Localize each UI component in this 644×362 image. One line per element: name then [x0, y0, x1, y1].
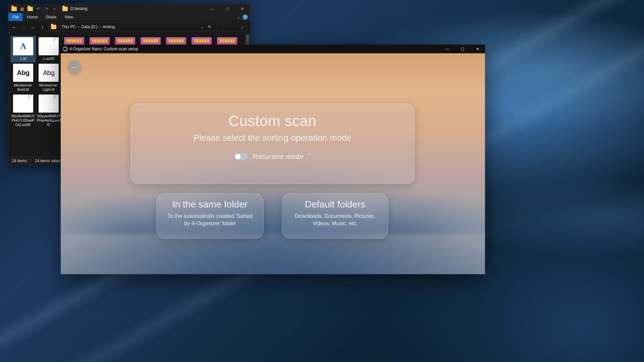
search-icon: ⌕: [241, 24, 244, 30]
file-item[interactable]: S6uyw4BMUTPHjx4wXg.woff2: [36, 93, 61, 128]
tab-share[interactable]: Share: [42, 13, 60, 21]
option-title: Default folders: [290, 199, 380, 210]
file-icon: [39, 95, 59, 113]
status-item-count: 24 items: [12, 159, 27, 163]
nav-recent-dropdown[interactable]: ⌄: [30, 25, 37, 29]
minimize-button[interactable]: —: [205, 4, 220, 13]
nav-forward-button[interactable]: →: [20, 24, 27, 30]
help-icon[interactable]: ?: [308, 152, 311, 157]
window-controls: — ▢ ✕: [205, 4, 250, 13]
organizer-window: 4-Organizer Nano: Custom scan setup — ▢ …: [61, 45, 485, 274]
arrow-left-icon: ←: [71, 63, 78, 71]
nav-back-button[interactable]: ←: [11, 24, 18, 30]
file-item[interactable]: A1.ttf: [10, 36, 36, 62]
file-item[interactable]: AbgMontserrat-Light.ttf: [36, 62, 61, 93]
option-default-folders[interactable]: Default folders Downloads, Documents, Pi…: [282, 193, 388, 239]
organizer-titlebar[interactable]: 4-Organizer Nano: Custom scan setup — ▢ …: [61, 45, 485, 53]
separator: |: [30, 159, 31, 163]
minimize-button[interactable]: —: [440, 45, 455, 53]
organizer-body: ← Custom scan Please select the sorting …: [61, 53, 485, 274]
font-icon: Abg: [13, 64, 33, 82]
new-folder-icon[interactable]: [26, 5, 34, 12]
file-icon: [13, 95, 33, 113]
chevron-right-icon[interactable]: ›: [58, 25, 59, 29]
navbar: ← → ⌄ ↑ › This PC › Data (D:) › testing …: [8, 21, 250, 33]
quick-access-toolbar: ▦ ↶ ↷ ▾: [8, 5, 58, 12]
file-item[interactable]: 1.woff2: [36, 36, 61, 62]
toggle-label: Recursive mode: [253, 153, 304, 161]
file-icon: [39, 37, 59, 55]
explorer-titlebar[interactable]: ▦ ↶ ↷ ▾ D:\testing — ▢ ✕: [8, 4, 250, 13]
chevron-right-icon: ›: [78, 24, 79, 29]
file-name: S6uyw4BMUTPHjx4wXg.woff2: [37, 114, 61, 127]
option-desc: Downloads, Documents, Pictures, Videos, …: [290, 213, 380, 227]
toggle-knob: [235, 154, 240, 159]
folder-icon[interactable]: [10, 5, 18, 12]
maximize-button[interactable]: ▢: [455, 45, 470, 53]
close-button[interactable]: ✕: [470, 45, 485, 53]
option-same-folder[interactable]: In the same folder To the automatically …: [156, 193, 264, 239]
file-name: 1.ttf: [20, 57, 26, 61]
breadcrumb-drive[interactable]: Data (D:): [81, 24, 98, 29]
close-button[interactable]: ✕: [235, 4, 250, 13]
address-dropdown-icon[interactable]: ⌄: [201, 25, 203, 29]
tab-home[interactable]: Home: [23, 13, 42, 21]
file-item[interactable]: S6u9w4BMUTPHh7USSwiPGQ.woff2: [10, 93, 36, 128]
option-title: In the same folder: [164, 199, 256, 210]
nav-up-button[interactable]: ↑: [39, 24, 46, 30]
file-name: Montserrat-Light.ttf: [37, 83, 61, 92]
custom-scan-panel: Custom scan Please select the sorting op…: [130, 104, 415, 184]
chevron-right-icon: ›: [100, 24, 101, 29]
tab-file[interactable]: File: [8, 13, 23, 21]
separator: [60, 6, 60, 11]
qat-dropdown-icon[interactable]: ▾: [51, 5, 58, 12]
file-name: Montserrat-Bold.ttf: [11, 83, 35, 92]
breadcrumb-folder[interactable]: testing: [103, 24, 115, 29]
file-item[interactable]: AbgMontserrat-Bold.ttf: [10, 62, 36, 93]
properties-icon[interactable]: ▦: [18, 5, 26, 12]
file-name: S6u9w4BMUTPHh7USSwiPGQ.woff2: [11, 114, 35, 127]
panel-heading: Custom scan: [144, 113, 401, 129]
window-title: D:\testing: [70, 6, 88, 11]
folder-icon: [62, 7, 68, 11]
ribbon-collapse-icon[interactable]: ⌄: [236, 14, 240, 20]
panel-subheading: Please select the sorting operation mode: [144, 133, 401, 143]
back-button[interactable]: ←: [68, 61, 81, 73]
maximize-button[interactable]: ▢: [220, 4, 235, 13]
redo-icon[interactable]: ↷: [43, 5, 50, 12]
window-title: 4-Organizer Nano: Custom scan setup: [69, 47, 138, 51]
folder-icon: [51, 25, 56, 29]
ribbon: File Home Share View ⌄ ?: [8, 13, 250, 21]
option-desc: To the automatically created 'Sorted by …: [164, 213, 256, 227]
font-icon: Abg: [39, 64, 59, 82]
recursive-mode-toggle[interactable]: [234, 153, 248, 160]
titlebar-path: D:\testing: [62, 6, 88, 11]
recursive-mode-row: Recursive mode ?: [144, 153, 401, 161]
undo-icon[interactable]: ↶: [35, 5, 42, 12]
refresh-icon[interactable]: ↻: [208, 24, 211, 29]
help-icon[interactable]: ?: [243, 14, 248, 20]
tab-view[interactable]: View: [60, 13, 77, 21]
search-input[interactable]: ⌕: [216, 22, 247, 31]
app-icon: [63, 47, 67, 51]
breadcrumb-this-pc[interactable]: This PC: [61, 24, 76, 29]
address-bar[interactable]: › This PC › Data (D:) › testing ⌄ ↻: [49, 22, 214, 31]
file-name: 1.woff2: [43, 57, 54, 61]
font-icon: A: [13, 37, 33, 55]
